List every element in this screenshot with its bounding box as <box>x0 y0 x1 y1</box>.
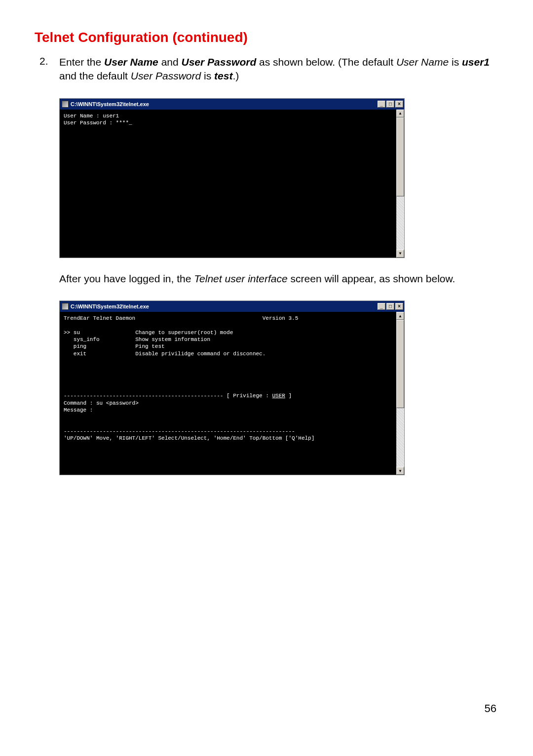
cmd-su: >> su <box>64 330 80 336</box>
login-user-line: User Name : user1 <box>64 113 119 119</box>
desc-su: Change to superuser(root) mode <box>135 330 233 336</box>
minimize-button[interactable]: _ <box>378 101 385 108</box>
scroll-thumb[interactable] <box>396 320 404 408</box>
scroll-down-button[interactable]: ▼ <box>396 250 404 258</box>
daemon-header-left: TrendEar Telnet Daemon <box>64 315 135 321</box>
privilege-end: ] <box>285 393 292 399</box>
terminal-content: TrendEar Telnet Daemon Version 3.5 >> su… <box>60 312 396 475</box>
desc-exit: Disable privilidge command or disconnec. <box>135 351 266 357</box>
after-login-paragraph: After you have logged in, the Telnet use… <box>59 272 498 286</box>
txt: After you have logged in, the <box>59 273 194 284</box>
txt: is <box>449 56 462 68</box>
close-button[interactable]: × <box>395 303 403 310</box>
window-controls: _ □ × <box>378 101 403 108</box>
daemon-header-right: Version 3.5 <box>263 315 299 321</box>
step-instruction: Enter the User Name and User Password as… <box>59 55 498 83</box>
privilege-line: ----------------------------------------… <box>64 393 272 399</box>
txt: is <box>201 70 214 81</box>
txt: as shown below. (The default <box>256 56 396 68</box>
message-line: Message : <box>64 407 93 413</box>
maximize-button[interactable]: □ <box>386 101 394 108</box>
help-footer: 'UP/DOWN' Move, 'RIGHT/LEFT' Select/Unse… <box>64 435 314 441</box>
privilege-value: USER <box>272 393 285 399</box>
txt: and <box>158 56 182 68</box>
terminal-window-login: C:\WINNT\System32\telnet.exe _ □ × User … <box>59 98 405 258</box>
maximize-button[interactable]: □ <box>386 303 394 310</box>
italic-user-password: User Password <box>131 70 201 81</box>
italic-user-name: User Name <box>396 56 449 68</box>
close-button[interactable]: × <box>395 101 403 108</box>
scroll-up-button[interactable]: ▲ <box>396 110 404 117</box>
scrollbar[interactable]: ▲ ▼ <box>396 110 404 258</box>
login-pass-line: User Password : ****_ <box>64 120 132 126</box>
titlebar: C:\WINNT\System32\telnet.exe _ □ × <box>60 99 404 110</box>
txt: and the default <box>59 70 131 81</box>
desc-sysinfo: Show system information <box>135 337 210 342</box>
txt: .) <box>232 70 239 81</box>
scroll-track[interactable] <box>396 117 404 250</box>
titlebar: C:\WINNT\System32\telnet.exe _ □ × <box>60 301 404 312</box>
cmd-ping: ping <box>64 343 86 349</box>
default-user: user1 <box>462 56 490 68</box>
window-title: C:\WINNT\System32\telnet.exe <box>71 101 149 107</box>
window-title: C:\WINNT\System32\telnet.exe <box>71 303 149 309</box>
scroll-track[interactable] <box>396 320 404 467</box>
window-controls: _ □ × <box>378 303 403 310</box>
step-number: 2. <box>39 55 59 83</box>
app-icon <box>62 303 69 310</box>
txt: Enter the <box>59 56 104 68</box>
scroll-thumb[interactable] <box>396 117 404 197</box>
minimize-button[interactable]: _ <box>378 303 385 310</box>
txt: screen will appear, as shown below. <box>288 273 456 284</box>
cmd-exit: exit <box>64 351 86 357</box>
page-number: 56 <box>35 702 498 715</box>
italic-telnet-ui: Telnet user interface <box>194 273 288 284</box>
terminal-window-menu: C:\WINNT\System32\telnet.exe _ □ × Trend… <box>59 301 405 475</box>
scroll-down-button[interactable]: ▼ <box>396 467 404 475</box>
step-2: 2. Enter the User Name and User Password… <box>35 55 498 83</box>
cmd-sysinfo: sys_info <box>64 337 100 342</box>
default-pass: test <box>214 70 232 81</box>
desc-ping: Ping test <box>135 343 164 349</box>
app-icon <box>62 101 69 108</box>
scroll-up-button[interactable]: ▲ <box>396 312 404 320</box>
scrollbar[interactable]: ▲ ▼ <box>396 312 404 475</box>
bold-user-name: User Name <box>104 56 158 68</box>
terminal-content: User Name : user1 User Password : ****_ <box>60 110 396 258</box>
bold-user-password: User Password <box>182 56 257 68</box>
command-line: Command : su <password> <box>64 400 139 406</box>
page-heading: Telnet Configuration (continued) <box>35 30 498 45</box>
